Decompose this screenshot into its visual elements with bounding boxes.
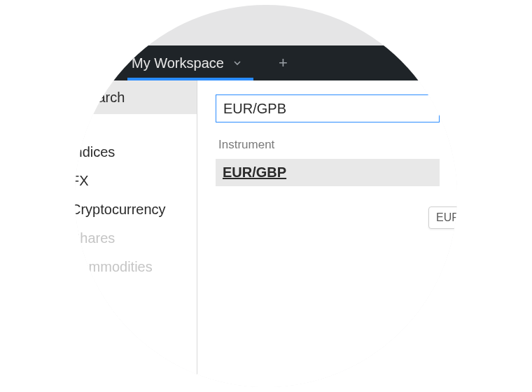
sidebar-item-fx[interactable]: FX: [75, 167, 197, 195]
category-list: Indices FX Cryptocurrency Shares Commodi…: [75, 114, 197, 281]
sidebar: Search Indices FX Cryptocurrency Shares …: [75, 80, 197, 387]
chevron-down-icon[interactable]: [234, 59, 241, 66]
title-bar: My Workspace +: [75, 46, 457, 80]
workspace-tab[interactable]: My Workspace: [127, 46, 253, 80]
app-window: My Workspace + Search Indices F: [75, 46, 457, 387]
content-panel: Instrument EUR/GBP EUR: [197, 80, 457, 387]
sidebar-search[interactable]: Search: [75, 80, 197, 114]
sidebar-item-commodities[interactable]: Commodities: [75, 253, 197, 281]
sidebar-item-indices[interactable]: Indices: [75, 138, 197, 167]
search-label: Search: [80, 90, 125, 106]
section-label-instrument: Instrument: [218, 138, 457, 152]
add-tab-button[interactable]: +: [273, 51, 293, 75]
instrument-search-input[interactable]: [216, 94, 440, 122]
svg-line-1: [75, 98, 76, 101]
search-result-item[interactable]: EUR/GBP: [216, 159, 440, 186]
instrument-tooltip: EUR: [428, 206, 457, 229]
search-icon: [75, 89, 78, 106]
preview-circle: My Workspace + Search Indices F: [75, 5, 457, 387]
main-area: Search Indices FX Cryptocurrency Shares …: [75, 80, 457, 387]
sidebar-item-shares[interactable]: Shares: [75, 224, 197, 253]
plus-icon: +: [279, 54, 288, 71]
sidebar-item-cryptocurrency[interactable]: Cryptocurrency: [75, 195, 197, 224]
workspace-tab-label: My Workspace: [132, 55, 224, 71]
